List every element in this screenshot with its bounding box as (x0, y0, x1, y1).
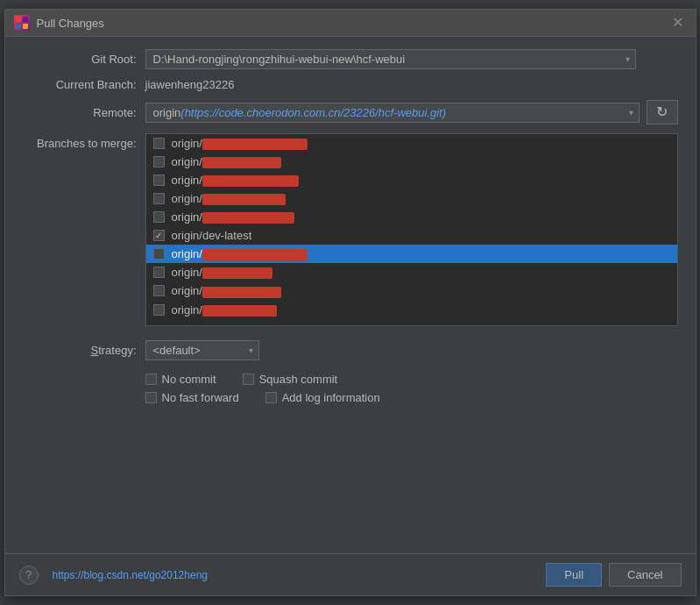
remote-controls: origin(https://code.choerodon.com.cn/232… (145, 100, 678, 125)
branch-item-5[interactable]: origin/ (146, 208, 677, 226)
branch-label-4: origin/ (172, 192, 286, 205)
no-commit-label: No commit (162, 373, 216, 386)
strategy-label: SStrategy:trategy: (23, 344, 137, 357)
branch-label-7: origin/ (172, 247, 308, 260)
branch-checkbox-6[interactable]: ✓ (153, 230, 165, 241)
svg-rect-2 (16, 24, 21, 29)
branches-section: Branches to merge: origin/ origin/ (23, 133, 678, 326)
branch-checkbox-8[interactable] (153, 267, 165, 278)
branch-item-8[interactable]: origin/ (146, 263, 677, 281)
pull-changes-dialog: Pull Changes ✕ Git Root: D:\Hand-rongjin… (4, 9, 696, 596)
remote-label: Remote: (23, 106, 137, 119)
branch-label-5: origin/ (172, 210, 294, 224)
branch-item-2[interactable]: origin/ (146, 153, 677, 171)
remote-url: (https://code.choerodon.com.cn/23226/hcf… (180, 106, 446, 119)
git-root-label: Git Root: (23, 53, 137, 66)
app-icon (14, 15, 30, 31)
branch-item-7[interactable]: origin/ (146, 245, 677, 263)
branch-checkbox-2[interactable] (153, 156, 165, 167)
branch-label-10: origin/ (172, 303, 277, 317)
dialog-content: Git Root: D:\Hand-rongjing\rongzhihui-we… (5, 37, 696, 553)
git-root-value: D:\Hand-rongjing\rongzhihui-webui-new\hc… (153, 53, 614, 66)
git-root-row: Git Root: D:\Hand-rongjing\rongzhihui-we… (23, 49, 678, 69)
options-section: No commit Squash commit No fast forward … (145, 373, 678, 404)
no-fast-forward-checkbox[interactable] (145, 392, 157, 403)
help-icon: ? (25, 568, 32, 581)
branch-label-1: origin/ (172, 137, 308, 150)
branch-checkbox-4[interactable] (153, 193, 165, 204)
footer-left: ? https://blog.csdn.net/go2012heng (19, 566, 208, 585)
dialog-footer: ? https://blog.csdn.net/go2012heng Pull … (5, 553, 696, 595)
current-branch-row: Current Branch: jiawenheng23226 (23, 78, 678, 91)
branch-checkbox-10[interactable] (153, 304, 165, 316)
branches-list[interactable]: origin/ origin/ origin/ (145, 133, 678, 326)
branch-item-4[interactable]: origin/ (146, 189, 677, 208)
options-row-1: No commit Squash commit (145, 373, 678, 386)
remote-text: origin(https://code.choerodon.com.cn/232… (153, 106, 447, 119)
branches-label: Branches to merge: (23, 133, 137, 150)
branch-checkbox-3[interactable] (153, 174, 165, 186)
strategy-dropdown[interactable]: <default> ▾ (145, 340, 259, 360)
git-root-dropdown[interactable]: D:\Hand-rongjing\rongzhihui-webui-new\hc… (145, 49, 636, 69)
branch-checkbox-7[interactable] (153, 248, 165, 260)
add-log-option[interactable]: Add log information (265, 391, 380, 404)
no-fast-forward-label: No fast forward (162, 391, 239, 404)
branch-item-3[interactable]: origin/ (146, 171, 677, 189)
squash-commit-checkbox[interactable] (243, 374, 254, 385)
branch-checkbox-5[interactable] (153, 211, 165, 223)
current-branch-label: Current Branch: (23, 78, 137, 91)
strategy-arrow: ▾ (249, 345, 253, 355)
footer-right: Pull Cancel (546, 563, 681, 587)
branch-item-9[interactable]: origin/ (146, 281, 677, 300)
title-bar-left: Pull Changes (14, 15, 104, 31)
no-commit-option[interactable]: No commit (145, 373, 216, 386)
branch-label-9: origin/ (172, 284, 281, 297)
no-fast-forward-option[interactable]: No fast forward (145, 391, 239, 404)
remote-row: Remote: origin(https://code.choerodon.co… (23, 100, 678, 125)
add-log-label: Add log information (282, 391, 380, 404)
branch-item-6[interactable]: ✓ origin/dev-latest (146, 226, 677, 245)
strategy-row: SStrategy:trategy: <default> ▾ (23, 340, 678, 360)
options-row-2: No fast forward Add log information (145, 391, 678, 404)
strategy-value: <default> (153, 344, 201, 357)
branch-label-3: origin/ (172, 174, 299, 187)
add-log-checkbox[interactable] (265, 392, 277, 403)
branch-checkbox-9[interactable] (153, 285, 165, 296)
dialog-title: Pull Changes (37, 17, 104, 30)
current-branch-value: jiawenheng23226 (145, 78, 235, 91)
branch-label-2: origin/ (172, 155, 281, 168)
branch-label-8: origin/ (172, 266, 272, 279)
footer-link[interactable]: https://blog.csdn.net/go2012heng (53, 569, 208, 581)
remote-arrow: ▾ (629, 108, 633, 117)
svg-rect-1 (23, 17, 28, 22)
pull-button[interactable]: Pull (546, 563, 602, 587)
remote-origin: origin (153, 106, 181, 119)
squash-commit-label: Squash commit (259, 373, 338, 386)
branch-item-10[interactable]: origin/ (146, 301, 677, 319)
squash-commit-option[interactable]: Squash commit (243, 373, 338, 386)
refresh-icon: ↻ (656, 105, 668, 119)
git-root-arrow: ▾ (626, 54, 630, 64)
branch-label-6: origin/dev-latest (172, 229, 252, 242)
remote-dropdown[interactable]: origin(https://code.choerodon.com.cn/232… (145, 103, 640, 123)
branch-checkbox-1[interactable] (153, 138, 165, 149)
close-button[interactable]: ✕ (668, 16, 687, 30)
cancel-button[interactable]: Cancel (609, 563, 681, 587)
branch-item-1[interactable]: origin/ (146, 134, 677, 153)
svg-rect-0 (16, 17, 21, 22)
no-commit-checkbox[interactable] (145, 374, 157, 385)
title-bar: Pull Changes ✕ (5, 10, 696, 37)
refresh-button[interactable]: ↻ (647, 100, 678, 125)
svg-rect-3 (23, 24, 28, 29)
help-button[interactable]: ? (19, 566, 39, 585)
